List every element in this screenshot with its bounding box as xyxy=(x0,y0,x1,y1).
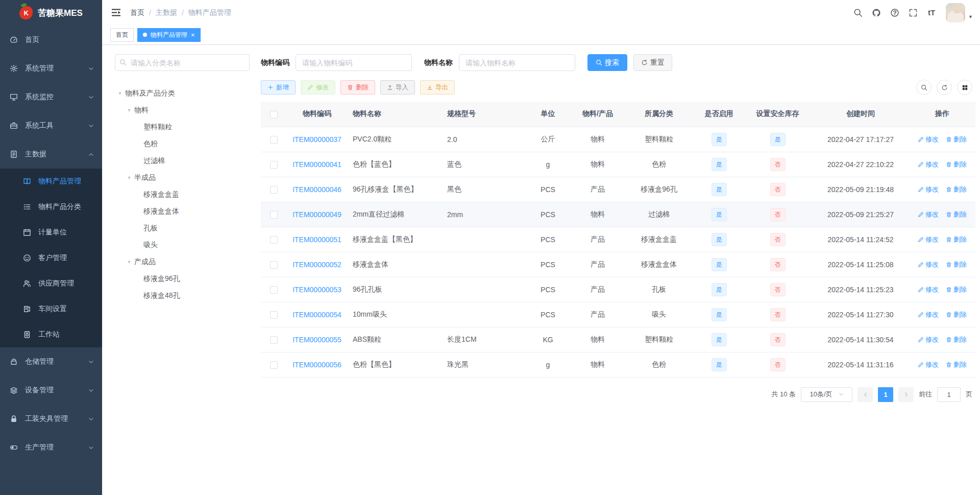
tree-node[interactable]: 塑料颗粒 xyxy=(115,119,250,135)
export-button[interactable]: 导出 xyxy=(420,80,455,95)
row-delete-link[interactable]: 删除 xyxy=(946,160,967,169)
tree-node[interactable]: 移液盒96孔 xyxy=(115,270,250,287)
sidebar-item-system-tools[interactable]: 系统工具 xyxy=(0,111,102,140)
edit-button[interactable]: 修改 xyxy=(301,80,335,95)
select-all-checkbox[interactable] xyxy=(270,111,278,119)
row-delete-link[interactable]: 删除 xyxy=(946,260,967,269)
tree-expand-caret-icon[interactable]: ▼ xyxy=(124,260,134,265)
sidebar-item-material-product-category[interactable]: 物料产品分类 xyxy=(0,194,102,220)
row-checkbox[interactable] xyxy=(270,136,278,144)
tree-expand-caret-icon[interactable]: ▼ xyxy=(124,175,134,180)
material-code-input[interactable] xyxy=(296,54,412,71)
sidebar-item-production-management[interactable]: 生产管理 xyxy=(0,433,102,462)
item-code-link[interactable]: ITEM00000054 xyxy=(292,311,341,319)
row-delete-link[interactable]: 删除 xyxy=(946,135,967,144)
row-delete-link[interactable]: 删除 xyxy=(946,285,967,294)
tree-node[interactable]: 孔板 xyxy=(115,220,250,237)
tab-active[interactable]: 物料产品管理× xyxy=(137,28,201,42)
row-checkbox[interactable] xyxy=(270,361,278,369)
row-delete-link[interactable]: 删除 xyxy=(946,210,967,219)
row-checkbox[interactable] xyxy=(270,311,278,319)
row-edit-link[interactable]: 修改 xyxy=(918,335,939,344)
user-avatar[interactable] xyxy=(946,3,965,22)
item-code-link[interactable]: ITEM00000041 xyxy=(292,160,341,169)
item-code-link[interactable]: ITEM00000051 xyxy=(292,235,341,244)
row-edit-link[interactable]: 修改 xyxy=(918,285,939,294)
row-delete-link[interactable]: 删除 xyxy=(946,335,967,344)
row-edit-link[interactable]: 修改 xyxy=(918,210,939,219)
sidebar-item-home[interactable]: 首页 xyxy=(0,26,102,54)
row-edit-link[interactable]: 修改 xyxy=(918,360,939,369)
row-edit-link[interactable]: 修改 xyxy=(918,235,939,244)
tree-node[interactable]: 色粉 xyxy=(115,135,250,152)
sidebar-item-workshop-settings[interactable]: 车间设置 xyxy=(0,296,102,322)
header-search-button[interactable] xyxy=(850,5,866,21)
row-delete-link[interactable]: 删除 xyxy=(946,360,967,369)
row-edit-link[interactable]: 修改 xyxy=(918,260,939,269)
item-code-link[interactable]: ITEM00000056 xyxy=(292,361,341,369)
delete-button[interactable]: 删除 xyxy=(340,80,375,95)
row-checkbox[interactable] xyxy=(270,336,278,344)
item-code-link[interactable]: ITEM00000053 xyxy=(292,286,341,294)
help-button[interactable] xyxy=(887,5,903,21)
tree-node[interactable]: ▼物料 xyxy=(115,102,250,119)
user-menu-caret-icon[interactable]: ▼ xyxy=(968,14,973,19)
material-name-input[interactable] xyxy=(459,54,575,71)
search-button[interactable]: 搜索 xyxy=(587,54,627,71)
sidebar-item-warehouse-management[interactable]: 仓储管理 xyxy=(0,347,102,376)
row-checkbox[interactable] xyxy=(270,186,278,194)
item-code-link[interactable]: ITEM00000049 xyxy=(292,210,341,219)
row-delete-link[interactable]: 删除 xyxy=(946,310,967,319)
row-delete-link[interactable]: 删除 xyxy=(946,235,967,244)
row-checkbox[interactable] xyxy=(270,236,278,244)
tree-node[interactable]: 过滤棉 xyxy=(115,152,250,169)
font-size-button[interactable]: tT xyxy=(923,5,940,21)
tree-node[interactable]: 移液盒盒体 xyxy=(115,203,250,220)
item-code-link[interactable]: ITEM00000055 xyxy=(292,336,341,344)
tree-node[interactable]: ▼物料及产品分类 xyxy=(115,85,250,102)
item-code-link[interactable]: ITEM00000046 xyxy=(292,185,341,194)
category-search-input[interactable] xyxy=(115,54,250,71)
tree-node[interactable]: 移液盒48孔 xyxy=(115,287,250,304)
import-button[interactable]: 导入 xyxy=(380,80,415,95)
row-checkbox[interactable] xyxy=(270,286,278,294)
row-edit-link[interactable]: 修改 xyxy=(918,160,939,169)
app-logo[interactable]: K 苦糖果MES xyxy=(0,0,102,26)
sidebar-item-system-monitor[interactable]: 系统监控 xyxy=(0,83,102,111)
table-search-button[interactable] xyxy=(916,80,932,95)
sidebar-item-master-data[interactable]: 主数据 xyxy=(0,140,102,169)
item-code-link[interactable]: ITEM00000052 xyxy=(292,261,341,269)
sidebar-item-supplier-management[interactable]: 供应商管理 xyxy=(0,271,102,296)
row-checkbox[interactable] xyxy=(270,261,278,269)
tab-item[interactable]: 首页× xyxy=(110,28,134,42)
sidebar-item-tooling-fixture-management[interactable]: 工装夹具管理 xyxy=(0,405,102,433)
tree-node[interactable]: 移液盒盒盖 xyxy=(115,186,250,203)
row-edit-link[interactable]: 修改 xyxy=(918,185,939,194)
row-delete-link[interactable]: 删除 xyxy=(946,185,967,194)
page-size-select[interactable]: 10条/页 xyxy=(801,387,852,402)
tree-expand-caret-icon[interactable]: ▼ xyxy=(115,91,125,96)
tree-node[interactable]: 吸头 xyxy=(115,237,250,253)
fullscreen-button[interactable] xyxy=(905,5,921,21)
row-checkbox[interactable] xyxy=(270,211,278,219)
table-columns-button[interactable] xyxy=(957,80,972,95)
sidebar-item-customer-management[interactable]: 客户管理 xyxy=(0,245,102,271)
reset-button[interactable]: 重置 xyxy=(633,54,672,71)
tree-node[interactable]: ▼产成品 xyxy=(115,253,250,270)
tree-expand-caret-icon[interactable]: ▼ xyxy=(124,108,134,113)
sidebar-item-workstation[interactable]: 工作站 xyxy=(0,322,102,347)
page-number-button[interactable]: 1 xyxy=(878,387,893,402)
row-edit-link[interactable]: 修改 xyxy=(918,135,939,144)
table-refresh-button[interactable] xyxy=(937,80,952,95)
row-edit-link[interactable]: 修改 xyxy=(918,310,939,319)
tab-close-icon[interactable]: × xyxy=(191,32,195,38)
sidebar-item-equipment-management[interactable]: 设备管理 xyxy=(0,376,102,405)
github-button[interactable] xyxy=(868,5,885,21)
add-button[interactable]: 新增 xyxy=(261,80,296,95)
sidebar-item-measure-unit[interactable]: 计量单位 xyxy=(0,220,102,245)
goto-page-input[interactable] xyxy=(937,387,961,402)
sidebar-toggle-icon[interactable] xyxy=(111,8,121,17)
item-code-link[interactable]: ITEM00000037 xyxy=(292,135,341,144)
sidebar-item-material-product-management[interactable]: 物料产品管理 xyxy=(0,169,102,194)
next-page-button[interactable] xyxy=(898,387,914,402)
